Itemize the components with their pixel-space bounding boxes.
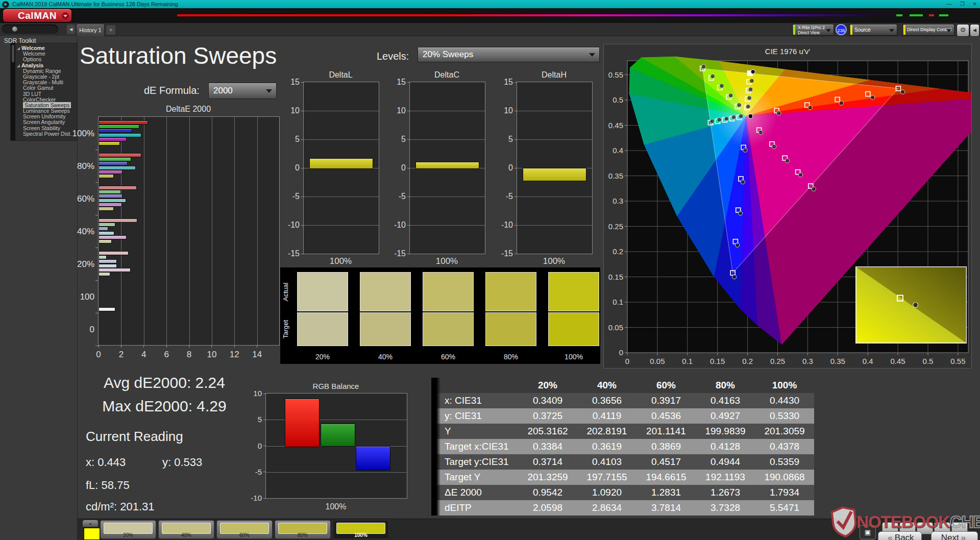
row-label: x: CIE31: [431, 393, 518, 408]
axis-tick: [263, 498, 266, 499]
axis-tick: [407, 254, 410, 254]
collapse-toolbar-button[interactable]: ◀: [970, 24, 979, 37]
expand-patch-panel-button[interactable]: ▲: [83, 520, 98, 527]
patch-button-80%[interactable]: 80%: [275, 520, 331, 539]
row-label: ΔE 2000: [431, 485, 518, 500]
target-swatch: [360, 312, 411, 346]
minimize-icon[interactable]: —: [947, 0, 952, 8]
axis-tick: [95, 182, 99, 183]
patch-button-60%[interactable]: 60%: [216, 520, 273, 539]
measured-marker-cyan: [739, 114, 743, 118]
x-tick-label: 0.1: [682, 357, 693, 365]
sidebar-item-label: Grayscale - 2pt: [23, 73, 59, 80]
actual-swatch: [360, 272, 411, 311]
axis-tick: [257, 345, 257, 348]
table-column-header: 80%: [696, 378, 755, 393]
x-tick-label: 0.2: [742, 357, 753, 365]
axis-tick: [514, 254, 517, 254]
patch-button-40%[interactable]: 40%: [158, 520, 214, 539]
sidebar-item-label: Saturation Sweeps: [23, 102, 71, 108]
table-cell: 192.1193: [696, 470, 755, 485]
target-row-label: Target: [282, 312, 289, 346]
patch-button-100%[interactable]: 100%: [333, 520, 389, 539]
current-measured-marker: [751, 69, 755, 73]
levels-dropdown[interactable]: 20% Sweeps: [418, 47, 600, 62]
calman-logo-button[interactable]: CalMAN: [3, 9, 71, 22]
x-tick-label: 14: [248, 350, 266, 360]
source-select-button[interactable]: Source: [849, 24, 897, 36]
y-tick-label: -10: [247, 494, 262, 502]
patch-label: 20%: [101, 532, 156, 538]
x-axis-label: 100%: [303, 256, 378, 266]
watermark-check: CHECK: [950, 512, 980, 531]
row-label: y: CIE31: [431, 408, 518, 424]
actual-swatch: [548, 272, 599, 311]
blue-bar: [356, 446, 390, 471]
table-cell: 0.3725: [518, 408, 577, 424]
y-tick-label: 10: [284, 106, 300, 115]
table-row: Target x:CIE310.33840.36190.38690.41280.…: [431, 439, 814, 454]
de-bar: [99, 137, 127, 141]
chart-plot: 151050-5-10-15: [409, 82, 485, 254]
expander-icon: [17, 64, 20, 67]
table-cell: 0.4103: [577, 454, 636, 470]
x-tick-label: 0.45: [890, 357, 905, 365]
display-control-button[interactable]: Direct Display Control: [902, 24, 954, 36]
y-tick-label: -15: [498, 249, 513, 258]
row-label: Target Y: [431, 470, 518, 485]
de-formula-dropdown[interactable]: 2000: [208, 83, 277, 99]
delta-bar: [309, 158, 373, 169]
y-tick-label: 0: [390, 163, 406, 173]
measured-marker-blue: [743, 148, 747, 152]
group-label: 20%: [67, 259, 94, 269]
grid-line: [410, 225, 485, 226]
window-title: CalMAN 2019 CalMAN Ultimate for Business…: [12, 0, 178, 8]
de-bar: [99, 227, 108, 231]
tab-history-1[interactable]: History 1: [76, 23, 105, 36]
actual-swatch: [423, 272, 474, 311]
table-cell: 2.8634: [577, 500, 636, 516]
table-row: y: CIE310.37250.41190.45360.49270.5330: [431, 408, 814, 424]
target-swatch: [485, 312, 536, 346]
measured-marker-red: [777, 111, 781, 115]
table-cell: 0.4378: [755, 439, 814, 454]
add-tab-button[interactable]: +: [106, 25, 115, 35]
table-cell: 5.5471: [755, 500, 814, 516]
table-cell: 3.7814: [636, 500, 696, 516]
y-tick-label: 0.15: [608, 273, 623, 281]
patch-button-20%[interactable]: 20%: [100, 520, 156, 539]
logo-bar: CalMAN: [0, 8, 980, 23]
de-bar: [99, 307, 115, 311]
x-tick-label: 2: [112, 350, 130, 360]
measured-marker-yellow: [748, 87, 752, 91]
inset-zoom-box: [856, 267, 966, 343]
table-cell: 0.3656: [577, 393, 636, 408]
table-cell: 0.3917: [636, 393, 696, 408]
tab-scroll-left-button[interactable]: ◀: [67, 24, 75, 34]
de-bar: [99, 223, 115, 227]
x-axis-label: 100%: [409, 256, 484, 266]
y-tick-label: 15: [284, 78, 300, 87]
de-formula-value: 2000: [213, 83, 233, 99]
row-label: dEITP: [431, 500, 518, 516]
de-bar: [99, 120, 148, 125]
patch-label: 60%: [217, 532, 272, 538]
table-header-row: 20%40%60%80%100%: [431, 378, 814, 393]
layout-pill[interactable]: [2, 24, 58, 34]
axis-tick: [95, 215, 99, 215]
grid-line: [212, 117, 212, 345]
watermark-notebook: NOTEBOOK: [856, 512, 950, 531]
table-cell: 1.0920: [577, 485, 636, 500]
meter-select-button[interactable]: X-Rite i1Pro 2 Direct View: [792, 24, 834, 36]
y-tick-label: 10: [247, 389, 262, 398]
close-icon[interactable]: ✕: [973, 0, 977, 8]
gear-icon[interactable]: ⚙: [957, 24, 969, 37]
de-bar: [99, 129, 132, 133]
y-tick-label: 0.1: [612, 298, 623, 306]
source-status-stripe: [850, 25, 852, 35]
tree-scrollbar-thumb[interactable]: [12, 45, 14, 62]
axis-tick: [121, 345, 121, 348]
tree-scrollbar[interactable]: [11, 43, 15, 140]
maximize-icon[interactable]: ❐: [960, 0, 965, 8]
meter-count-badge[interactable]: 236: [836, 24, 847, 35]
